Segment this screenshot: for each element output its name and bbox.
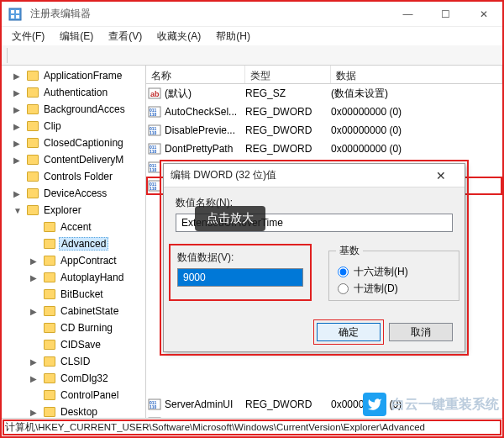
tree-item-backgroundacces[interactable]: ▶BackgroundAcces: [2, 101, 145, 118]
tree-item-clsid[interactable]: ▶CLSID: [2, 353, 145, 370]
value-row[interactable]: ab(默认)REG_SZ(数值未设置): [146, 84, 502, 103]
watermark-text: 白云一键重装系统: [391, 396, 499, 414]
svg-text:110: 110: [150, 404, 157, 409]
tree-label: Accent: [59, 221, 93, 233]
titlebar: 注册表编辑器 — ☐ ✕: [2, 2, 502, 27]
svg-text:110: 110: [150, 149, 157, 154]
expand-icon[interactable]: ▶: [30, 408, 40, 417]
folder-icon: [44, 289, 55, 299]
expand-icon[interactable]: ▶: [30, 307, 40, 316]
tree-item-bitbucket[interactable]: BitBucket: [2, 286, 145, 303]
folder-icon: [44, 390, 55, 400]
value-type: REG_DWORD: [245, 398, 331, 410]
tree-label: Desktop: [59, 406, 99, 418]
string-icon: ab: [148, 87, 163, 100]
value-name: AutoCheckSel...: [165, 106, 245, 118]
col-name[interactable]: 名称: [146, 66, 245, 83]
folder-icon: [27, 155, 39, 165]
tree-item-desktop[interactable]: ▶Desktop: [2, 404, 145, 418]
svg-text:ab: ab: [150, 90, 160, 98]
menu-file[interactable]: 文件(F): [5, 28, 51, 45]
folder-icon: [44, 340, 55, 350]
col-type[interactable]: 类型: [245, 66, 331, 83]
expand-icon[interactable]: ▶: [13, 156, 24, 165]
close-button[interactable]: ✕: [465, 2, 502, 27]
tree-item-controlpanel[interactable]: ControlPanel: [2, 387, 145, 404]
expand-icon[interactable]: ▶: [30, 357, 40, 367]
edit-dword-dialog: 编辑 DWORD (32 位)值 ✕ 数值名称(N): 数值数据(V): 基数 …: [163, 163, 465, 352]
tree-item-accent[interactable]: Accent: [2, 219, 145, 235]
dword-icon: 011110: [148, 124, 163, 137]
radio-dec[interactable]: 十进制(D): [338, 280, 450, 297]
folder-icon: [27, 138, 39, 148]
value-type: REG_DWORD: [245, 124, 331, 136]
folder-icon: [44, 256, 55, 266]
value-name: DontPrettyPath: [165, 143, 245, 155]
expand-icon[interactable]: ▶: [30, 374, 40, 383]
dword-icon: 011110: [148, 398, 163, 411]
twitter-icon: [363, 393, 386, 416]
col-data[interactable]: 数据: [331, 66, 502, 83]
expand-icon[interactable]: ▶: [30, 273, 40, 282]
dialog-titlebar: 编辑 DWORD (32 位)值 ✕: [164, 164, 465, 187]
registry-tree[interactable]: ▶ApplicationFrame▶Authentication▶Backgro…: [2, 66, 146, 418]
expand-icon[interactable]: ▶: [30, 256, 40, 266]
tree-label: ApplicationFrame: [42, 70, 123, 82]
dialog-close-button[interactable]: ✕: [424, 169, 458, 182]
value-data: (数值未设置): [331, 87, 502, 101]
tree-label: AutoplayHand: [59, 272, 125, 283]
tree-item-clip[interactable]: ▶Clip: [2, 118, 145, 135]
ok-button[interactable]: 确定: [317, 323, 381, 341]
menu-favorites[interactable]: 收藏夹(A): [150, 28, 207, 45]
menu-view[interactable]: 查看(V): [102, 28, 149, 45]
tree-label: BitBucket: [59, 288, 105, 300]
cancel-button[interactable]: 取消: [389, 323, 453, 341]
svg-text:110: 110: [150, 167, 157, 172]
tree-item-applicationframe[interactable]: ▶ApplicationFrame: [2, 67, 145, 84]
tree-item-deviceaccess[interactable]: ▶DeviceAccess: [2, 185, 145, 202]
tree-item-cidsave[interactable]: CIDSave: [2, 336, 145, 353]
expand-icon[interactable]: ▶: [13, 105, 24, 114]
tree-item-autoplayhand[interactable]: ▶AutoplayHand: [2, 269, 145, 286]
maximize-button[interactable]: ☐: [427, 2, 465, 27]
tree-item-cd-burning[interactable]: CD Burning: [2, 319, 145, 336]
tree-item-controls-folder[interactable]: Controls Folder: [2, 168, 145, 185]
tree-label: CD Burning: [59, 322, 114, 334]
tree-item-cabinetstate[interactable]: ▶CabinetState: [2, 303, 145, 319]
menu-help[interactable]: 帮助(H): [209, 28, 257, 45]
expand-icon[interactable]: ▶: [13, 189, 24, 198]
expand-icon[interactable]: ▶: [13, 139, 24, 148]
folder-icon: [27, 104, 39, 114]
base-legend: 基数: [336, 244, 363, 258]
minimize-button[interactable]: —: [389, 2, 427, 27]
folder-icon: [44, 272, 55, 282]
expand-icon[interactable]: ▼: [13, 206, 24, 215]
value-row[interactable]: 011110DisablePrevie...REG_DWORD0x0000000…: [146, 121, 502, 140]
value-data: 0x00000000 (0): [331, 124, 502, 136]
folder-icon: [27, 71, 39, 81]
folder-icon: [44, 323, 55, 333]
expand-icon[interactable]: ▶: [13, 88, 24, 98]
tree-item-comdlg32[interactable]: ▶ComDlg32: [2, 370, 145, 387]
value-data-input[interactable]: [177, 268, 303, 287]
radio-hex-input[interactable]: [338, 266, 349, 277]
tree-item-appcontract[interactable]: ▶AppContract: [2, 252, 145, 269]
folder-icon: [27, 87, 39, 98]
tree-item-explorer[interactable]: ▼Explorer: [2, 202, 145, 219]
tree-item-authentication[interactable]: ▶Authentication: [2, 84, 145, 101]
tree-item-closedcaptioning[interactable]: ▶ClosedCaptioning: [2, 135, 145, 151]
menu-edit[interactable]: 编辑(E): [53, 28, 100, 45]
expand-icon[interactable]: ▶: [13, 71, 24, 81]
tree-label: ControlPanel: [59, 389, 120, 401]
dialog-buttons: 确定 取消: [164, 323, 465, 351]
tree-label: Advanced: [59, 237, 108, 251]
radio-dec-input[interactable]: [338, 283, 349, 294]
value-row[interactable]: 011110AutoCheckSel...REG_DWORD0x00000000…: [146, 103, 502, 121]
tree-label: Controls Folder: [42, 171, 114, 182]
tree-item-contentdeliverym[interactable]: ▶ContentDeliveryM: [2, 151, 145, 168]
value-row[interactable]: 011110DontPrettyPathREG_DWORD0x00000000 …: [146, 140, 502, 158]
expand-icon[interactable]: ▶: [13, 122, 24, 131]
radio-hex[interactable]: 十六进制(H): [338, 263, 450, 280]
folder-icon: [44, 373, 55, 383]
tree-item-advanced[interactable]: Advanced: [2, 235, 145, 252]
